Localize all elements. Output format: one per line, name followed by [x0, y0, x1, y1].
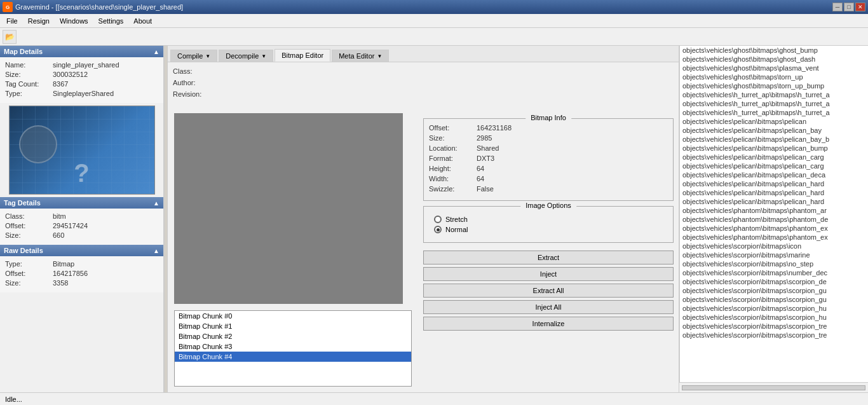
tab-bar: Compile ▼ Decompile ▼ Bitmap Editor Meta… — [168, 46, 679, 62]
tree-item-8[interactable]: objects\vehicles\pelican\bitmaps\pelican — [680, 117, 868, 126]
normal-radio-label: Normal — [445, 226, 468, 233]
tab-meta-editor[interactable]: Meta Editor ▼ — [332, 50, 389, 62]
tag-details-title: Tag Details — [4, 199, 41, 207]
tree-item-20[interactable]: objects\vehicles\phantom\bitmaps\phantom… — [680, 224, 868, 233]
map-preview-question: ? — [74, 159, 89, 188]
map-size-label: Size: — [5, 71, 53, 78]
class-field-row: Class: — [173, 67, 674, 75]
tree-item-9[interactable]: objects\vehicles\pelican\bitmaps\pelican… — [680, 126, 868, 135]
raw-details-header: Raw Details ▲ — [0, 245, 163, 256]
minimize-button[interactable]: ─ — [832, 3, 843, 11]
bitmap-size-value: 2985 — [477, 134, 492, 142]
tab-decompile[interactable]: Decompile ▼ — [219, 50, 273, 62]
tab-compile[interactable]: Compile ▼ — [170, 50, 217, 62]
tree-item-11[interactable]: objects\vehicles\pelican\bitmaps\pelican… — [680, 144, 868, 153]
bitmap-size-label: Size: — [429, 134, 477, 142]
tree-item-16[interactable]: objects\vehicles\pelican\bitmaps\pelican… — [680, 188, 868, 197]
raw-size-label: Size: — [5, 279, 53, 287]
tree-item-3[interactable]: objects\vehicles\ghost\bitmaps\torn_up — [680, 72, 868, 81]
tree-item-26[interactable]: objects\vehicles\scorpion\bitmaps\scorpi… — [680, 277, 868, 286]
tree-item-19[interactable]: objects\vehicles\phantom\bitmaps\phantom… — [680, 215, 868, 224]
tree-item-24[interactable]: objects\vehicles\scorpion\bitmaps\no_ste… — [680, 259, 868, 268]
menu-settings[interactable]: Settings — [93, 16, 129, 26]
tree-item-4[interactable]: objects\vehicles\ghost\bitmaps\torn_up_b… — [680, 81, 868, 90]
menu-windows[interactable]: Windows — [55, 16, 93, 26]
raw-offset-value: 164217856 — [53, 270, 88, 277]
menu-about[interactable]: About — [128, 16, 157, 26]
main-layout: Map Details ▲ Name: single_player_shared… — [0, 46, 868, 392]
tag-class-row: Class: bitm — [5, 212, 158, 220]
h-scrollbar[interactable] — [679, 382, 868, 392]
tree-item-30[interactable]: objects\vehicles\scorpion\bitmaps\scorpi… — [680, 313, 868, 322]
bitmap-info-title: Bitmap Info — [526, 114, 571, 121]
tree-item-27[interactable]: objects\vehicles\scorpion\bitmaps\scorpi… — [680, 286, 868, 295]
chunk-3[interactable]: Bitmap Chunk #3 — [175, 341, 411, 352]
tree-item-17[interactable]: objects\vehicles\pelican\bitmaps\pelican… — [680, 197, 868, 206]
stretch-radio-label: Stretch — [445, 216, 468, 223]
map-size-value: 300032512 — [53, 71, 88, 78]
tree-item-5[interactable]: objects\vehicles\h_turret_ap\bitmaps\h_t… — [680, 90, 868, 99]
menu-resign[interactable]: Resign — [23, 16, 55, 26]
tree-item-1[interactable]: objects\vehicles\ghost\bitmaps\ghost_das… — [680, 55, 868, 64]
map-name-value: single_player_shared — [53, 61, 119, 69]
map-tagcount-row: Tag Count: 8367 — [5, 80, 158, 88]
tree-item-21[interactable]: objects\vehicles\phantom\bitmaps\phantom… — [680, 233, 868, 242]
action-buttons: Extract Inject Extract All Inject All In… — [423, 251, 674, 331]
tree-item-13[interactable]: objects\vehicles\pelican\bitmaps\pelican… — [680, 161, 868, 170]
file-tree[interactable]: objects\vehicles\ghost\bitmaps\ghost_bum… — [679, 46, 868, 382]
tab-bitmap-editor[interactable]: Bitmap Editor — [275, 49, 330, 62]
menu-file[interactable]: File — [1, 16, 23, 26]
bitmap-format-label: Format: — [429, 154, 477, 162]
tree-item-25[interactable]: objects\vehicles\scorpion\bitmaps\number… — [680, 268, 868, 277]
tree-item-7[interactable]: objects\vehicles\h_turret_ap\bitmaps\h_t… — [680, 108, 868, 117]
stretch-radio-circle — [434, 216, 442, 223]
inject-button[interactable]: Inject — [423, 267, 674, 281]
raw-size-row: Size: 3358 — [5, 279, 158, 287]
title-bar-controls[interactable]: ─ □ ✕ — [832, 3, 865, 11]
extract-all-button[interactable]: Extract All — [423, 284, 674, 298]
tab-compile-arrow: ▼ — [205, 53, 210, 59]
maximize-button[interactable]: □ — [844, 3, 854, 11]
tree-item-15[interactable]: objects\vehicles\pelican\bitmaps\pelican… — [680, 179, 868, 188]
bitmap-swizzle-label: Swizzle: — [429, 185, 477, 193]
normal-radio[interactable]: Normal — [434, 226, 663, 233]
inject-all-button[interactable]: Inject All — [423, 300, 674, 314]
stretch-radio[interactable]: Stretch — [434, 216, 663, 223]
chunk-2[interactable]: Bitmap Chunk #2 — [175, 331, 411, 341]
title-bar-text: Gravemind - [[scenarios\shared\single_pl… — [15, 3, 183, 11]
tab-decompile-arrow: ▼ — [261, 53, 266, 59]
bitmap-size-row: Size: 2985 — [429, 134, 668, 142]
extract-button[interactable]: Extract — [423, 251, 674, 264]
open-folder-icon[interactable]: 📂 — [3, 30, 17, 44]
raw-details-content: Type: Bitmap Offset: 164217856 Size: 335… — [0, 256, 163, 292]
tree-item-2[interactable]: objects\vehicles\ghost\bitmaps\plasma_ve… — [680, 64, 868, 72]
bitmap-offset-value: 164231168 — [477, 124, 512, 132]
tree-item-32[interactable]: objects\vehicles\scorpion\bitmaps\scorpi… — [680, 331, 868, 340]
tree-item-0[interactable]: objects\vehicles\ghost\bitmaps\ghost_bum… — [680, 46, 868, 55]
chunk-0[interactable]: Bitmap Chunk #0 — [175, 311, 411, 321]
chunk-1[interactable]: Bitmap Chunk #1 — [175, 321, 411, 331]
chunk-4[interactable]: Bitmap Chunk #4 — [175, 352, 411, 362]
tree-item-12[interactable]: objects\vehicles\pelican\bitmaps\pelican… — [680, 153, 868, 161]
tag-details-header: Tag Details ▲ — [0, 197, 163, 209]
map-preview-shape — [19, 125, 57, 163]
bitmap-width-row: Width: 64 — [429, 175, 668, 182]
tree-item-29[interactable]: objects\vehicles\scorpion\bitmaps\scorpi… — [680, 304, 868, 313]
map-details-header: Map Details ▲ — [0, 46, 163, 57]
tree-item-6[interactable]: objects\vehicles\h_turret_ap\bitmaps\h_t… — [680, 99, 868, 108]
title-bar-left: G Gravemind - [[scenarios\shared\single_… — [3, 2, 183, 12]
tree-item-10[interactable]: objects\vehicles\pelican\bitmaps\pelican… — [680, 135, 868, 144]
map-tagcount-value: 8367 — [53, 80, 68, 88]
tree-item-18[interactable]: objects\vehicles\phantom\bitmaps\phantom… — [680, 206, 868, 215]
tree-item-14[interactable]: objects\vehicles\pelican\bitmaps\pelican… — [680, 170, 868, 179]
bitmap-swizzle-row: Swizzle: False — [429, 185, 668, 193]
internalize-button[interactable]: Internalize — [423, 317, 674, 331]
tree-item-22[interactable]: objects\vehicles\scorpion\bitmaps\icon — [680, 242, 868, 251]
tree-item-31[interactable]: objects\vehicles\scorpion\bitmaps\scorpi… — [680, 322, 868, 331]
right-panel-container: objects\vehicles\ghost\bitmaps\ghost_bum… — [679, 46, 868, 392]
bitmap-chunk-list[interactable]: Bitmap Chunk #0 Bitmap Chunk #1 Bitmap C… — [174, 310, 412, 387]
close-button[interactable]: ✕ — [855, 3, 865, 11]
image-options-radios: Stretch Normal — [429, 212, 668, 237]
tree-item-23[interactable]: objects\vehicles\scorpion\bitmaps\marine — [680, 251, 868, 259]
tree-item-28[interactable]: objects\vehicles\scorpion\bitmaps\scorpi… — [680, 295, 868, 304]
